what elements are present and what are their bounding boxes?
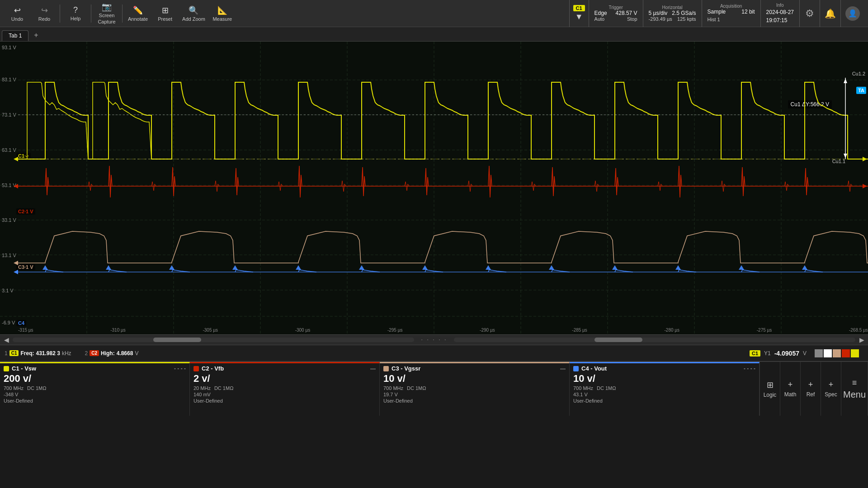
svg-marker-36	[612, 265, 618, 270]
ch1-sub-info: 700 MHz DC 1MΩ	[4, 385, 186, 391]
ref-button[interactable]: + Ref	[801, 362, 821, 416]
addzoom-button[interactable]: 🔍 Add Zoom	[179, 1, 209, 26]
scroll-thumb-right[interactable]	[594, 338, 643, 342]
c1-y1-readout: C1 Y1 -4.09057 V	[750, 349, 863, 357]
ch2-offset: 140 mV	[193, 392, 211, 397]
divider	[60, 5, 60, 23]
ch3-bw: 700 MHz	[383, 385, 403, 391]
tabs-bar: Tab 1 +	[0, 27, 868, 42]
user-button[interactable]: 👤	[840, 0, 864, 27]
trigger-details: Edge 428.57 V	[594, 10, 637, 16]
notifications-button[interactable]: 🔔	[820, 0, 840, 27]
svg-marker-28	[106, 265, 111, 270]
meas-num-1: 1	[5, 350, 8, 357]
ch2-title-row: C2 - Vfb —	[193, 365, 376, 372]
swatch-white	[824, 349, 832, 357]
ch1-bw: 700 MHz	[4, 385, 24, 391]
trigger-mode: Auto Stop	[594, 16, 637, 22]
ch4-big-val: 10 v/	[573, 373, 755, 385]
svg-marker-35	[549, 265, 554, 270]
undo-icon: ↩	[14, 5, 21, 15]
ch1-info-block[interactable]: C1 - Vsw - - - - 200 v/ 700 MHz DC 1MΩ -…	[0, 362, 190, 416]
info-block[interactable]: Info 2024-08-27 19:07:15	[760, 0, 799, 27]
spec-button[interactable]: + Spec	[821, 362, 841, 416]
ch2-info-block[interactable]: C2 - Vfb — 2 v/ 20 MHz DC 1MΩ 140 mV Use…	[190, 362, 380, 416]
ch4-sub-info: 700 MHz DC 1MΩ	[573, 385, 755, 391]
h-offset: -293.49 µs	[649, 16, 672, 22]
undo-button[interactable]: ↩ Undo	[4, 1, 31, 26]
ch3-sub-info: 700 MHz DC 1MΩ	[383, 385, 566, 391]
scroll-center-dots: · · · · ·	[416, 336, 452, 344]
ch4-bw: 700 MHz	[573, 385, 593, 391]
svg-marker-39	[802, 265, 807, 270]
scroll-right-button[interactable]: ▶	[857, 335, 866, 344]
ch4-info-block[interactable]: C4 - Vout - - - - 10 v/ 700 MHz DC 1MΩ 4…	[570, 362, 760, 416]
logic-button[interactable]: ⊞ Logic	[760, 362, 780, 416]
ch3-big-val: 10 v/	[383, 373, 566, 385]
scroll-left-button[interactable]: ◀	[2, 335, 11, 344]
channel-selector[interactable]: C1 ▼	[569, 0, 589, 27]
h-pts: 125 kpts	[677, 16, 696, 22]
scroll-track-right[interactable]	[454, 338, 855, 342]
h-rate: 2.5 GSa/s	[672, 10, 696, 16]
ch4-color-dot	[573, 366, 579, 371]
ch1-sub2: -348 V	[4, 392, 186, 397]
svg-marker-38	[739, 265, 744, 270]
ch3-probe: User-Defined	[383, 398, 413, 404]
ch2-color-dot	[193, 366, 199, 371]
swatch-red	[842, 349, 850, 357]
ch2-sub3: User-Defined	[193, 398, 376, 404]
trigger-type: Edge	[594, 10, 607, 16]
swatch-yellow	[851, 349, 859, 357]
meas-label-1: Freq:	[20, 350, 34, 357]
trigger-title: Trigger	[594, 5, 637, 10]
h-divs: 5 µs/div	[649, 10, 668, 16]
ch3-name: C3 - Vgssr	[392, 365, 420, 372]
trigger-block[interactable]: Trigger Edge 428.57 V Auto Stop	[589, 0, 643, 27]
redo-button[interactable]: ↪ Redo	[31, 1, 58, 26]
scroll-track-left[interactable]	[13, 338, 414, 342]
help-button[interactable]: ? Help	[62, 1, 89, 26]
preset-icon: ⊞	[162, 5, 169, 15]
svg-marker-24	[844, 154, 847, 158]
annotate-button[interactable]: ✏️ Annotate	[124, 1, 151, 26]
ch3-info-block[interactable]: C3 - Vgssr — 10 v/ 700 MHz DC 1MΩ 19.7 V…	[380, 362, 570, 416]
measure-label: Measure	[212, 16, 232, 22]
meas-badge-c2: C2	[90, 350, 99, 356]
ch1-color-dot	[4, 366, 9, 371]
menu-label: Menu	[843, 389, 866, 400]
ch4-sub3: User-Defined	[573, 398, 755, 404]
ch3-coupling: DC 1MΩ	[407, 385, 426, 391]
logic-label: Logic	[764, 392, 777, 398]
ch2-name: C2 - Vfb	[202, 365, 224, 372]
ch3-color-dot	[383, 366, 389, 371]
tab-1[interactable]: Tab 1	[2, 30, 28, 41]
channel-info-bar: C1 - Vsw - - - - 200 v/ 700 MHz DC 1MΩ -…	[0, 361, 868, 416]
svg-marker-42	[14, 261, 18, 265]
ch4-name: C4 - Vout	[581, 365, 607, 372]
menu-button[interactable]: ≡ Menu	[841, 362, 868, 416]
info-time: 19:07:15	[766, 17, 788, 23]
oscilloscope-area: 93.1 V 83.1 V 73.1 V 63.1 V 53.1 V 33.1 …	[0, 42, 868, 334]
screencapture-button[interactable]: 📷 ScreenCapture	[93, 1, 120, 26]
add-tab-button[interactable]: +	[29, 29, 42, 41]
swatch-gray	[815, 349, 823, 357]
acq-bits: 12 bit	[741, 9, 755, 15]
acquisition-block[interactable]: Acquisition Sample 12 bit Hist 1	[702, 0, 760, 27]
preset-button[interactable]: ⊞ Preset	[151, 1, 179, 26]
scroll-thumb-left[interactable]	[153, 338, 202, 342]
meas-badge-c1: C1	[9, 350, 19, 356]
meas-item-2: 2 C2 High: 4.8668 V	[85, 350, 139, 357]
horizontal-block[interactable]: Horizontal 5 µs/div 2.5 GSa/s -293.49 µs…	[643, 0, 702, 27]
help-icon: ?	[73, 5, 78, 15]
measurements-bar: 1 C1 Freq: 431.982 3 kHz 2 C2 High: 4.86…	[0, 345, 868, 361]
math-label: Math	[784, 391, 797, 398]
svg-marker-43	[14, 270, 18, 274]
measure-button[interactable]: 📐 Measure	[209, 1, 236, 26]
settings-button[interactable]: ⚙	[799, 0, 820, 27]
math-button[interactable]: + Math	[780, 362, 801, 416]
ch4-probe: User-Defined	[573, 398, 603, 404]
c1-y1-value: -4.09057	[774, 350, 799, 357]
addzoom-label: Add Zoom	[182, 16, 205, 22]
preset-label: Preset	[158, 16, 172, 22]
